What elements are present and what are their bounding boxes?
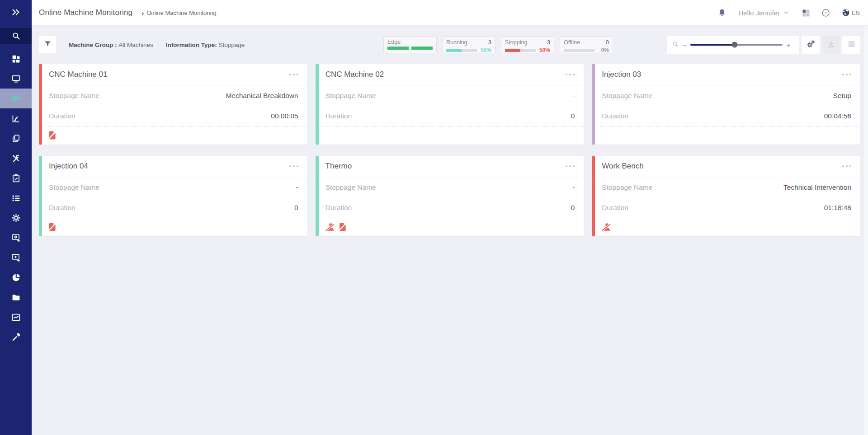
gears-icon — [806, 39, 816, 51]
sidebar-expand-button[interactable] — [0, 0, 32, 26]
sidebar-item-dashboard[interactable] — [0, 49, 32, 69]
card-menu-button[interactable] — [561, 163, 575, 170]
chevron-down-icon[interactable] — [783, 9, 790, 16]
status-strip — [39, 156, 42, 236]
sidebar-item-clipboard[interactable] — [0, 168, 32, 188]
status-label: Offline — [564, 39, 580, 46]
status-progress-bar — [564, 49, 594, 52]
language-label[interactable]: EN — [852, 9, 860, 16]
sidebar-item-list[interactable] — [0, 188, 32, 208]
magnifier-icon — [672, 41, 679, 49]
stoppage-name-label: Stoppage Name — [602, 92, 833, 100]
stoppage-name-value: Setup — [833, 92, 851, 100]
globe-icon[interactable] — [841, 8, 850, 17]
stoppage-name-value: Mechanical Breakdown — [226, 92, 298, 100]
sidebar-item-trend-chart[interactable] — [0, 307, 32, 327]
duration-value: 00:04:56 — [824, 112, 851, 120]
card-footer — [316, 218, 584, 236]
duration-label: Duration — [602, 112, 824, 120]
card-menu-button[interactable] — [561, 71, 575, 78]
duration-value: 0 — [571, 112, 575, 120]
machine-card: CNC Machine 02Stoppage Name-Duration0 — [316, 64, 584, 145]
notifications-bell-icon[interactable] — [717, 8, 726, 18]
machine-name: Thermo — [326, 162, 561, 171]
stoppage-name-value: - — [572, 92, 575, 100]
card-footer — [39, 218, 307, 236]
stoppage-name-label: Stoppage Name — [49, 92, 226, 100]
copy-icon — [11, 134, 21, 143]
sidebar-item-monitor-plus[interactable] — [0, 248, 32, 267]
stoppage-name-value: - — [572, 183, 575, 192]
card-menu-button[interactable] — [838, 163, 851, 170]
apps-grid-icon[interactable] — [802, 9, 810, 17]
machine-name: Work Bench — [602, 162, 838, 171]
sidebar-item-monitor[interactable] — [0, 69, 32, 89]
user-greeting[interactable]: Hello Jennifer — [738, 9, 780, 17]
stoppage-name-value: Technical Intervention — [783, 183, 851, 192]
duration-label: Duration — [326, 112, 571, 120]
filter-information-type: Information Type: Stoppage — [166, 42, 245, 48]
status-strip — [316, 64, 319, 145]
machine-card: CNC Machine 01Stoppage NameMechanical Br… — [39, 64, 307, 145]
filter-button[interactable] — [39, 36, 56, 53]
machine-card: Work BenchStoppage NameTechnical Interve… — [592, 156, 860, 236]
toolbar: Machine Group : All Machines Information… — [39, 34, 860, 56]
breadcrumb: › Online Machine Monitoring — [142, 9, 217, 17]
status-percent: 50% — [480, 47, 491, 53]
zoom-out-button[interactable]: − — [679, 41, 690, 49]
card-menu-button[interactable] — [285, 71, 298, 78]
sidebar-item-copy[interactable] — [0, 128, 32, 148]
list-view-button[interactable] — [842, 36, 860, 54]
breadcrumb-chevron-icon: › — [142, 9, 144, 17]
duration-value: 01:18:48 — [824, 204, 851, 212]
zoom-slider[interactable] — [690, 44, 783, 46]
sidebar-item-search[interactable] — [0, 28, 32, 44]
duration-value: 00:00:05 — [271, 112, 298, 120]
duration-label: Duration — [49, 112, 271, 120]
status-box-running: Running350% — [442, 36, 495, 53]
sidebar-item-line-chart[interactable] — [0, 108, 32, 128]
svg-text:?: ? — [825, 10, 827, 15]
scrollbar[interactable] — [864, 26, 868, 435]
document-slash-icon — [49, 223, 56, 231]
sidebar-item-settings[interactable] — [0, 208, 32, 228]
monitor-plus-icon — [11, 253, 21, 262]
card-menu-button[interactable] — [285, 163, 298, 170]
document-slash-icon — [49, 131, 56, 140]
sidebar-item-tools[interactable] — [0, 148, 32, 168]
status-count: 0 — [606, 39, 609, 46]
zoom-slider-thumb[interactable] — [731, 42, 737, 48]
card-footer — [39, 126, 307, 144]
help-icon[interactable]: ? — [821, 8, 830, 18]
machine-monitoring-icon — [11, 94, 21, 103]
pie-chart-icon — [11, 273, 21, 282]
card-footer — [592, 218, 860, 236]
settings-gears-button[interactable] — [802, 36, 820, 54]
status-strip — [592, 156, 595, 236]
stoppage-name-label: Stoppage Name — [602, 183, 783, 192]
sidebar-item-folder[interactable] — [0, 287, 32, 307]
trend-chart-icon — [11, 313, 21, 322]
monitor-icon — [11, 74, 21, 84]
status-label: Edge — [387, 39, 401, 45]
zoom-in-button[interactable]: + — [783, 41, 794, 49]
card-menu-button[interactable] — [838, 71, 851, 78]
sidebar-item-monitor-gear[interactable] — [0, 228, 32, 248]
duration-label: Duration — [602, 204, 824, 212]
sidebar-item-pie-chart[interactable] — [0, 267, 32, 287]
header: Online Machine Monitoring › Online Machi… — [32, 0, 868, 26]
status-strip — [39, 64, 42, 145]
status-box-offline: Offline00% — [560, 36, 613, 53]
edge-bars — [387, 47, 433, 50]
card-footer — [592, 126, 860, 144]
download-button[interactable] — [822, 36, 840, 54]
sidebar-item-wrench[interactable] — [0, 327, 32, 347]
machine-name: CNC Machine 01 — [49, 70, 285, 79]
line-chart-icon — [11, 114, 21, 123]
document-slash-icon — [339, 223, 346, 231]
breadcrumb-item[interactable]: Online Machine Monitoring — [146, 9, 217, 16]
zoom-control: − + — [667, 36, 799, 54]
machine-name: CNC Machine 02 — [326, 70, 561, 79]
machine-cards-grid: CNC Machine 01Stoppage NameMechanical Br… — [39, 64, 860, 236]
sidebar-item-machine-monitoring[interactable] — [0, 89, 32, 108]
